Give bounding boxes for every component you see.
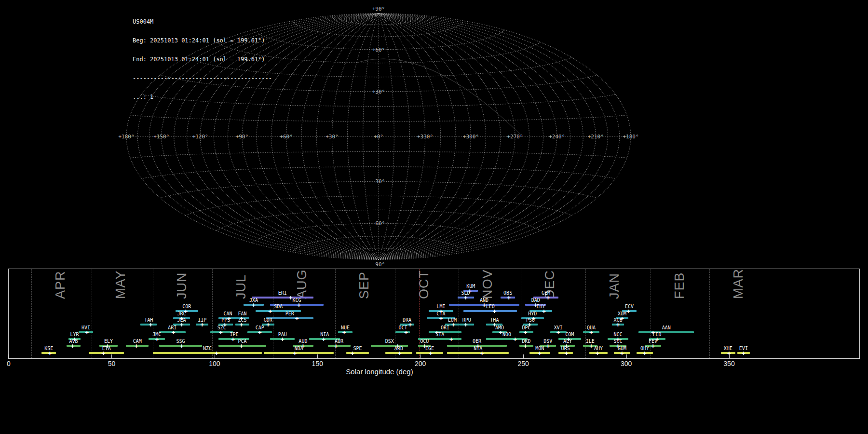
shower-activity-bar xyxy=(346,352,369,354)
latitude-label: +60° xyxy=(372,47,385,53)
shower-peak-marker: + xyxy=(231,336,235,342)
begin-time-line: Beg: 20251013 01:24:01 (sol = 199.61°) xyxy=(133,38,272,44)
shower-code-label: NZC xyxy=(203,346,212,351)
month-boundary-gridline xyxy=(709,269,710,358)
shower-peak-marker: + xyxy=(565,350,569,356)
longitude-label: +60° xyxy=(280,134,293,140)
shower-code-label: PER xyxy=(285,312,294,316)
shower-code-label: AAN xyxy=(662,326,671,330)
shower-peak-marker: + xyxy=(408,322,412,328)
x-axis-tick-label: 150 xyxy=(312,360,323,367)
shower-peak-marker: + xyxy=(546,343,550,349)
month-boundary-gridline xyxy=(92,269,92,358)
shower-code-label: NOO xyxy=(502,332,511,337)
shower-peak-marker: + xyxy=(626,308,630,314)
latitude-label: +90° xyxy=(372,6,385,12)
shower-peak-marker: + xyxy=(513,336,517,342)
record-count-line: ...: 1 xyxy=(133,94,272,100)
sky-map-hammer-projection: +180°+150°+120°+90°+60°+30°+0°+330°+300°… xyxy=(0,0,868,268)
x-axis-tick-label: 0 xyxy=(7,360,11,367)
shower-peak-marker: + xyxy=(281,336,285,342)
month-label: JAN xyxy=(607,273,622,299)
shower-peak-marker: + xyxy=(589,329,593,336)
month-boundary-gridline xyxy=(273,269,273,358)
shower-activity-bar xyxy=(486,338,527,340)
x-axis-tick xyxy=(111,354,112,358)
shower-peak-marker: + xyxy=(556,329,560,336)
shower-peak-marker: + xyxy=(439,315,443,322)
x-axis-tick xyxy=(626,354,627,358)
month-boundary-gridline xyxy=(153,269,153,358)
shower-peak-marker: + xyxy=(523,343,527,349)
month-label: FEB xyxy=(672,272,687,299)
longitude-label: +180° xyxy=(623,134,638,140)
shower-peak-marker: + xyxy=(538,350,542,356)
longitude-label: +90° xyxy=(236,134,249,140)
shower-peak-marker: + xyxy=(727,350,731,356)
shower-code-label: ORI xyxy=(441,326,449,330)
shower-activity-bar xyxy=(328,345,351,347)
shower-peak-marker: + xyxy=(596,350,599,356)
shower-activity-bar xyxy=(153,352,262,354)
shower-peak-marker: + xyxy=(322,336,326,342)
latitude-label: -30° xyxy=(372,178,385,185)
latitude-label: -60° xyxy=(372,220,385,227)
month-boundary-gridline xyxy=(31,269,32,358)
shower-peak-marker: + xyxy=(643,350,647,356)
longitude-label: +30° xyxy=(326,134,339,140)
longitude-label: +150° xyxy=(153,134,169,140)
shower-peak-marker: + xyxy=(155,336,159,342)
shower-code-label: SDA xyxy=(274,304,283,309)
shower-peak-marker: + xyxy=(449,336,453,342)
shower-peak-marker: + xyxy=(85,329,89,336)
x-axis-tick xyxy=(523,354,524,358)
month-label: JUN xyxy=(175,272,190,299)
shower-peak-marker: + xyxy=(620,350,624,356)
latitude-label: -90° xyxy=(372,261,385,268)
shower-peak-marker: + xyxy=(651,343,655,349)
shower-peak-marker: + xyxy=(334,343,338,349)
shower-activity-bar xyxy=(252,297,313,298)
shower-peak-marker: + xyxy=(429,350,433,356)
shower-peak-marker: + xyxy=(252,302,256,308)
shower-peak-marker: + xyxy=(404,329,408,336)
shower-peak-marker: + xyxy=(295,315,299,322)
shower-peak-marker: + xyxy=(742,350,746,356)
shower-peak-marker: + xyxy=(451,322,455,328)
shower-activity-timeline: APRMAYJUNJULAUGSEPOCTNOVDECJANFEBMARKUM+… xyxy=(8,269,860,359)
shower-peak-marker: + xyxy=(172,329,176,336)
shower-peak-marker: + xyxy=(219,329,223,336)
month-label: MAY xyxy=(113,270,128,299)
x-axis-tick xyxy=(420,354,421,358)
shower-peak-marker: + xyxy=(149,322,153,328)
longitude-label: +300° xyxy=(463,134,479,140)
month-label: MAR xyxy=(731,269,746,299)
shower-code-label: ERI xyxy=(278,291,287,296)
x-axis-tick-label: 200 xyxy=(415,360,426,367)
shower-peak-marker: + xyxy=(70,343,74,349)
shower-peak-marker: + xyxy=(266,322,270,328)
shower-peak-marker: + xyxy=(480,350,484,356)
shower-peak-marker: + xyxy=(398,350,402,356)
meteor-observation-screen: { "header": { "station": "US004M", "beg"… xyxy=(0,0,868,434)
shower-peak-marker: + xyxy=(542,308,546,314)
header-separator: ---------------------------------------- xyxy=(133,75,272,81)
shower-code-label: SPE xyxy=(353,346,362,351)
shower-code-label: STA xyxy=(435,332,444,337)
month-label: APR xyxy=(53,271,68,299)
x-axis-tick-label: 350 xyxy=(723,360,734,367)
shower-activity-bar xyxy=(266,317,313,319)
station-id: US004M xyxy=(133,19,272,25)
shower-peak-marker: + xyxy=(482,302,486,308)
shower-peak-marker: + xyxy=(616,322,620,328)
longitude-label: +180° xyxy=(118,134,134,140)
latitude-label: +30° xyxy=(372,89,385,95)
shower-peak-marker: + xyxy=(351,350,354,356)
shower-activity-bar xyxy=(447,352,509,354)
longitude-label: +0° xyxy=(374,134,383,140)
shower-peak-marker: + xyxy=(499,329,502,336)
shower-activity-bar xyxy=(89,352,124,354)
x-axis-tick xyxy=(317,354,318,358)
shower-peak-marker: + xyxy=(589,343,593,349)
x-axis-title: Solar longitude (deg) xyxy=(346,367,413,376)
